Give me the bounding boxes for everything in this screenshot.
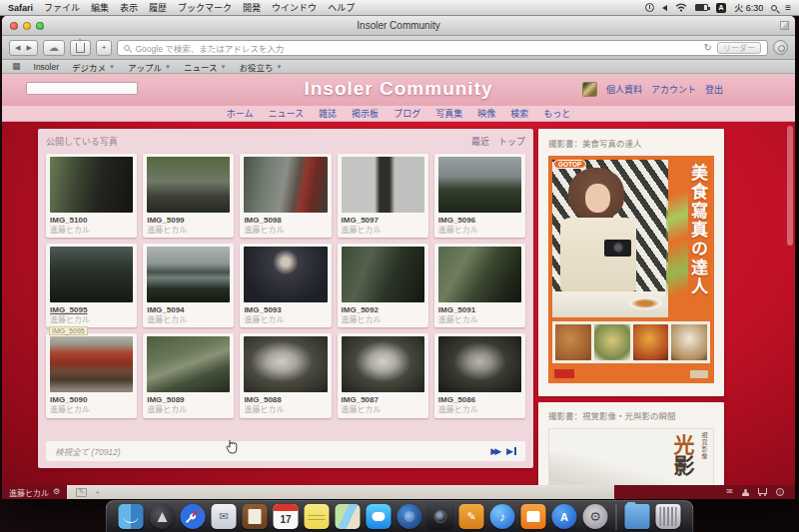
spotlight-icon[interactable]	[771, 5, 777, 11]
nav-blog[interactable]: ブログ	[394, 107, 420, 120]
bookmark-insoler[interactable]: Insoler	[34, 62, 60, 72]
dock-calendar-icon[interactable]: 17	[274, 504, 299, 529]
reader-button[interactable]: リーダー	[717, 42, 761, 54]
bookmark-news[interactable]: ニュース▼	[184, 61, 227, 73]
view-all-link[interactable]: 検視全て (70912)	[55, 445, 121, 457]
scrollbar[interactable]	[787, 126, 793, 246]
dock-pages-icon[interactable]: ✎	[459, 504, 484, 529]
photo-thumbnail[interactable]	[342, 157, 424, 213]
photo-card[interactable]: IMG_5088進藤ヒカル	[240, 333, 331, 417]
nav-photos[interactable]: 写真集	[435, 107, 462, 120]
next-page-icon[interactable]: ▶▶	[490, 446, 498, 456]
dock-ibooks-icon[interactable]	[521, 504, 546, 529]
photo-card[interactable]: IMG_5090進藤ヒカル	[46, 333, 137, 417]
photo-thumbnail[interactable]	[244, 247, 327, 302]
back-forward-buttons[interactable]: ◀▶	[9, 40, 38, 56]
volume-icon[interactable]	[662, 5, 667, 11]
nav-news[interactable]: ニュース	[269, 107, 305, 120]
menu-window[interactable]: ウインドウ	[272, 1, 317, 14]
menu-app-name[interactable]: Safari	[8, 3, 33, 13]
profile-link[interactable]: 個人資料	[606, 83, 642, 96]
input-source-icon[interactable]: A	[716, 3, 726, 13]
edit-pencil-icon[interactable]: ✎	[76, 488, 87, 497]
photo-thumbnail[interactable]	[50, 247, 133, 302]
photo-card[interactable]: IMG_5100進藤ヒカル	[46, 154, 137, 238]
photo-card[interactable]: IMG_5087進藤ヒカル	[338, 333, 428, 417]
photo-card[interactable]: IMG_5091進藤ヒカル	[434, 244, 525, 327]
dock-system-preferences-icon[interactable]: ⚙	[583, 504, 608, 529]
photo-card[interactable]: IMG_5086進藤ヒカル	[434, 333, 525, 417]
menu-clock[interactable]: 火 6:30	[734, 1, 763, 14]
mail-icon[interactable]: ✉	[726, 488, 733, 496]
address-placeholder[interactable]: Google で検索、またはアドレスを入力	[135, 42, 284, 54]
bookmarks-grid-icon[interactable]: ▦	[12, 62, 21, 71]
nav-video[interactable]: 映像	[477, 107, 495, 120]
photo-thumbnail[interactable]	[438, 157, 521, 213]
dock-trash-icon[interactable]	[656, 504, 681, 529]
minimize-button[interactable]	[23, 22, 31, 30]
dock-messages-icon[interactable]	[367, 504, 392, 529]
photo-thumbnail[interactable]	[438, 247, 521, 302]
notification-center-icon[interactable]: ≡	[785, 3, 791, 13]
cart-icon[interactable]	[758, 488, 767, 494]
book-cover-food-photography[interactable]: GOTOP 美食寫真の達人	[548, 156, 714, 383]
menu-edit[interactable]: 編集	[91, 1, 109, 14]
dock-facetime-icon[interactable]	[398, 504, 422, 529]
photo-thumbnail[interactable]	[147, 157, 230, 213]
menu-help[interactable]: ヘルプ	[328, 1, 355, 14]
dock-contacts-icon[interactable]	[243, 504, 268, 529]
nav-home[interactable]: ホーム	[227, 107, 254, 120]
account-link[interactable]: アカウント	[651, 83, 696, 96]
photo-thumbnail[interactable]	[147, 247, 230, 302]
photo-card[interactable]: IMG_5096進藤ヒカル	[434, 154, 525, 238]
close-button[interactable]	[10, 22, 18, 30]
photo-card[interactable]: IMG_5089進藤ヒカル	[143, 333, 234, 417]
address-bar[interactable]: Google で検索、またはアドレスを入力 ↻ リーダー	[117, 40, 768, 56]
bookmark-apple[interactable]: アップル▼	[128, 61, 171, 73]
photo-card[interactable]: IMG_5097進藤ヒカル	[338, 154, 428, 238]
zoom-button[interactable]	[36, 22, 44, 30]
photo-thumbnail[interactable]	[50, 157, 133, 213]
nav-forum[interactable]: 掲示板	[352, 107, 379, 120]
bookmark-useful[interactable]: お役立ち▼	[240, 61, 283, 73]
back-icon[interactable]: ◀	[15, 44, 20, 52]
menu-history[interactable]: 履歴	[149, 1, 167, 14]
menu-view[interactable]: 表示	[120, 1, 138, 14]
photo-thumbnail[interactable]	[438, 336, 521, 392]
nav-magazine[interactable]: 雑誌	[319, 107, 337, 120]
icloud-tabs-button[interactable]: ☁	[43, 40, 65, 56]
photo-thumbnail[interactable]	[342, 336, 424, 392]
photo-thumbnail[interactable]	[342, 247, 424, 302]
photo-card[interactable]: IMG_5092進藤ヒカル	[338, 244, 428, 327]
sort-recent-link[interactable]: 最近	[471, 135, 489, 148]
forward-icon[interactable]: ▶	[26, 44, 31, 52]
bookmark-digicame[interactable]: デジカメ▼	[72, 61, 115, 73]
photo-card[interactable]: IMG_5093進藤ヒカル	[240, 244, 331, 327]
photo-card[interactable]: IMG_5098進藤ヒカル	[240, 154, 331, 238]
last-page-icon[interactable]: ▶	[506, 446, 516, 456]
fullscreen-icon[interactable]	[780, 21, 789, 30]
bottom-user-name[interactable]: 進藤ヒカル	[9, 487, 49, 498]
nav-more[interactable]: もっと	[543, 107, 570, 120]
user-icon[interactable]	[742, 489, 749, 496]
photo-thumbnail[interactable]	[244, 157, 327, 213]
dock-downloads-folder-icon[interactable]	[625, 504, 650, 529]
photo-thumbnail[interactable]	[147, 336, 230, 392]
menu-develop[interactable]: 開発	[243, 1, 261, 14]
dock-itunes-icon[interactable]: ♪	[490, 504, 515, 529]
photo-card[interactable]: IMG_5099進藤ヒカル	[143, 154, 234, 238]
photo-card[interactable]: IMG_5094進藤ヒカル	[143, 244, 234, 327]
dock-app-store-icon[interactable]: A	[552, 504, 577, 529]
photo-thumbnail[interactable]	[50, 336, 133, 392]
photo-card-hovered[interactable]: IMG_5095進藤ヒカルIMG_5095	[46, 244, 137, 327]
dock-mail-icon[interactable]: ✉	[212, 504, 237, 529]
share-button[interactable]	[70, 40, 91, 56]
menu-bookmarks[interactable]: ブックマーク	[178, 1, 232, 14]
tab-overview-button[interactable]	[773, 40, 788, 55]
dock-launchpad-icon[interactable]	[150, 504, 175, 529]
user-avatar[interactable]	[582, 82, 597, 97]
gear-icon[interactable]: ⚙	[53, 488, 60, 496]
dock-notes-icon[interactable]	[305, 504, 330, 529]
new-tab-button[interactable]: +	[96, 40, 113, 56]
reload-icon[interactable]: ↻	[704, 43, 712, 53]
